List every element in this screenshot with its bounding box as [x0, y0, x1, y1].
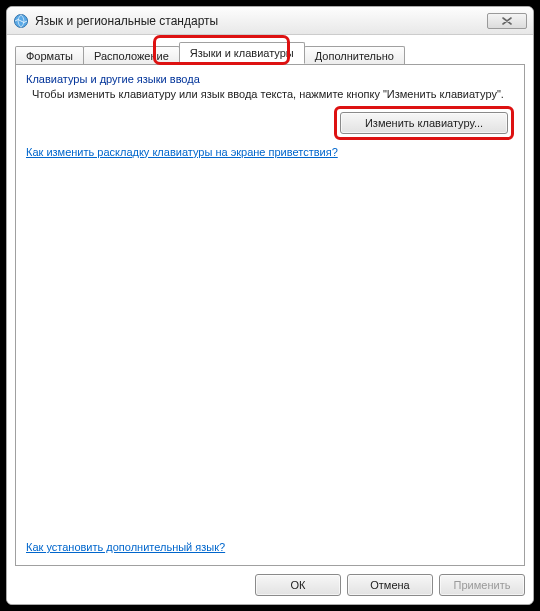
tab-advanced[interactable]: Дополнительно	[304, 46, 405, 65]
apply-button[interactable]: Применить	[439, 574, 525, 596]
dialog-window: Язык и региональные стандарты Форматы Ра…	[6, 6, 534, 605]
tab-pane: Клавиатуры и другие языки ввода Чтобы из…	[15, 64, 525, 566]
close-button[interactable]	[487, 13, 527, 29]
titlebar[interactable]: Язык и региональные стандарты	[7, 7, 533, 35]
tabstrip: Форматы Расположение Языки и клавиатуры …	[15, 41, 525, 64]
change-keyboard-button[interactable]: Изменить клавиатуру...	[340, 112, 508, 134]
window-title: Язык и региональные стандарты	[35, 14, 487, 28]
cancel-button[interactable]: Отмена	[347, 574, 433, 596]
client-area: Форматы Расположение Языки и клавиатуры …	[7, 35, 533, 604]
tab-formats[interactable]: Форматы	[15, 46, 84, 65]
link-install-language[interactable]: Как установить дополнительный язык?	[26, 541, 225, 553]
tab-location[interactable]: Расположение	[83, 46, 180, 65]
link-welcome-screen-layout[interactable]: Как изменить раскладку клавиатуры на экр…	[26, 146, 338, 158]
change-keyboard-row: Изменить клавиатуру...	[32, 112, 508, 134]
ok-button[interactable]: ОК	[255, 574, 341, 596]
dialog-footer: ОК Отмена Применить	[15, 566, 525, 596]
group-description: Чтобы изменить клавиатуру или язык ввода…	[32, 87, 508, 102]
tab-keyboards-languages[interactable]: Языки и клавиатуры	[179, 42, 305, 64]
globe-icon	[13, 13, 29, 29]
group-title: Клавиатуры и другие языки ввода	[26, 73, 514, 85]
group-body: Чтобы изменить клавиатуру или язык ввода…	[26, 85, 514, 134]
close-icon	[502, 17, 512, 25]
